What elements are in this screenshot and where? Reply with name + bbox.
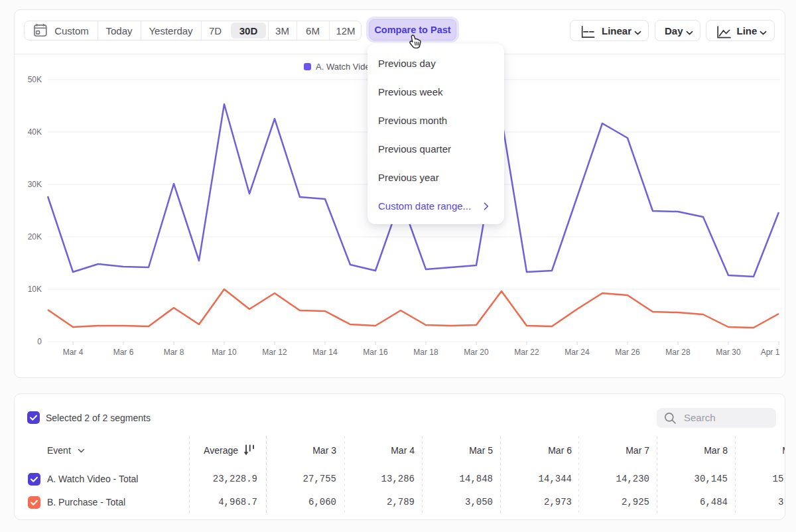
svg-text:Apr 1: Apr 1	[761, 348, 780, 357]
svg-text:Mar 18: Mar 18	[413, 348, 438, 357]
svg-text:Mar 20: Mar 20	[464, 348, 489, 357]
svg-text:Mar 22: Mar 22	[514, 348, 539, 357]
svg-text:Mar 6: Mar 6	[113, 348, 134, 357]
svg-text:30K: 30K	[28, 180, 42, 189]
svg-text:Mar 12: Mar 12	[262, 348, 287, 357]
svg-text:20K: 20K	[28, 232, 42, 241]
svg-text:Mar 4: Mar 4	[63, 348, 84, 357]
svg-text:Mar 26: Mar 26	[615, 348, 640, 357]
svg-text:40K: 40K	[28, 127, 42, 137]
svg-text:Mar 30: Mar 30	[716, 348, 741, 357]
svg-text:0: 0	[37, 337, 42, 346]
svg-text:Mar 16: Mar 16	[363, 348, 388, 357]
svg-text:Mar 24: Mar 24	[564, 348, 590, 357]
svg-text:10K: 10K	[28, 285, 42, 294]
svg-text:Mar 28: Mar 28	[665, 348, 691, 357]
svg-text:50K: 50K	[28, 75, 42, 84]
svg-text:Mar 14: Mar 14	[312, 348, 338, 357]
svg-text:Mar 8: Mar 8	[164, 348, 184, 357]
svg-text:Mar 10: Mar 10	[212, 348, 237, 357]
